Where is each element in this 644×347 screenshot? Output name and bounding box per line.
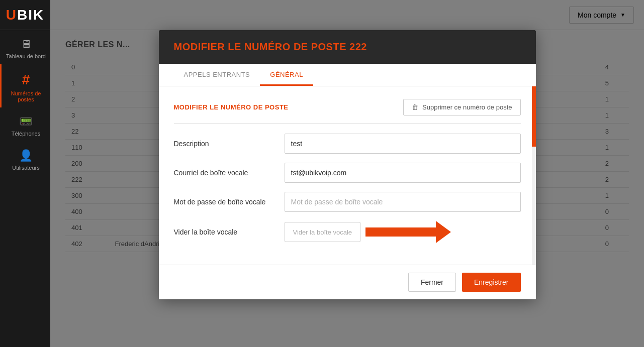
description-label: Description bbox=[174, 140, 285, 148]
trash-icon: 🗑 bbox=[412, 103, 418, 111]
sidebar-item-label: Téléphones bbox=[12, 131, 41, 137]
section-title: MODIFIER LE NUMÉRO DE POSTE bbox=[174, 103, 289, 111]
form-row-vider: Vider la boîte vocale Vider la boîte voc… bbox=[174, 221, 521, 243]
mot-de-passe-label: Mot de passe de boîte vocale bbox=[174, 198, 285, 206]
form-row-description: Description bbox=[174, 134, 521, 154]
description-input[interactable] bbox=[285, 134, 521, 154]
vider-btn-label: Vider la boîte vocale bbox=[293, 228, 352, 236]
courriel-label: Courriel de boîte vocale bbox=[174, 169, 285, 177]
tab-appels-entrants[interactable]: APPELS ENTRANTS bbox=[174, 64, 260, 86]
arrow-indicator bbox=[365, 221, 451, 243]
user-icon: 👤 bbox=[19, 149, 33, 162]
sidebar: UBIK 🖥 Tableau de bord # Numéros de post… bbox=[0, 0, 50, 347]
phone-icon: 📟 bbox=[19, 115, 33, 128]
sidebar-item-tableau-de-bord[interactable]: 🖥 Tableau de bord bbox=[0, 30, 50, 64]
modal-footer: Fermer Enregistrer bbox=[159, 265, 536, 299]
dashboard-icon: 🖥 bbox=[21, 38, 32, 51]
form-row-mot-de-passe: Mot de passe de boîte vocale bbox=[174, 192, 521, 212]
delete-btn-label: Supprimer ce numéro de poste bbox=[422, 103, 512, 111]
modal-header: MODIFIER LE NUMÉRO DE POSTE 222 bbox=[159, 30, 536, 64]
vider-boite-vocale-button[interactable]: Vider la boîte vocale bbox=[285, 222, 361, 242]
sidebar-item-label: Numéros de postes bbox=[4, 90, 48, 102]
scrollbar-thumb[interactable] bbox=[532, 86, 536, 147]
hash-icon: # bbox=[22, 72, 30, 88]
sidebar-item-numeros-de-postes[interactable]: # Numéros de postes bbox=[0, 64, 50, 107]
logo-text: UBIK bbox=[6, 7, 44, 23]
main-content: Mon compte ▼ GÉRER LES N... 04 15 21 31 … bbox=[50, 0, 644, 347]
arrow-head bbox=[436, 221, 451, 243]
sidebar-item-label: Tableau de bord bbox=[6, 53, 46, 59]
section-header: MODIFIER LE NUMÉRO DE POSTE 🗑 Supprimer … bbox=[174, 99, 521, 124]
modal-overlay: MODIFIER LE NUMÉRO DE POSTE 222 APPELS E… bbox=[50, 0, 644, 347]
modal-body: MODIFIER LE NUMÉRO DE POSTE 🗑 Supprimer … bbox=[159, 86, 536, 265]
logo: UBIK bbox=[0, 0, 50, 30]
delete-button[interactable]: 🗑 Supprimer ce numéro de poste bbox=[403, 99, 520, 115]
vider-label: Vider la boîte vocale bbox=[174, 228, 285, 236]
sidebar-item-label: Utilisateurs bbox=[12, 165, 39, 171]
scrollbar[interactable] bbox=[532, 86, 536, 265]
enregistrer-button[interactable]: Enregistrer bbox=[462, 273, 520, 292]
form-row-courriel: Courriel de boîte vocale bbox=[174, 163, 521, 183]
courriel-input[interactable] bbox=[285, 163, 521, 183]
modal-tabs: APPELS ENTRANTS GÉNÉRAL bbox=[159, 64, 536, 86]
arrow-body bbox=[365, 227, 436, 237]
mot-de-passe-input[interactable] bbox=[285, 192, 521, 212]
fermer-button[interactable]: Fermer bbox=[408, 273, 456, 292]
sidebar-item-utilisateurs[interactable]: 👤 Utilisateurs bbox=[0, 142, 50, 176]
tab-general[interactable]: GÉNÉRAL bbox=[260, 64, 313, 86]
modal: MODIFIER LE NUMÉRO DE POSTE 222 APPELS E… bbox=[159, 30, 536, 299]
sidebar-item-telephones[interactable]: 📟 Téléphones bbox=[0, 107, 50, 142]
modal-title: MODIFIER LE NUMÉRO DE POSTE 222 bbox=[174, 41, 521, 53]
